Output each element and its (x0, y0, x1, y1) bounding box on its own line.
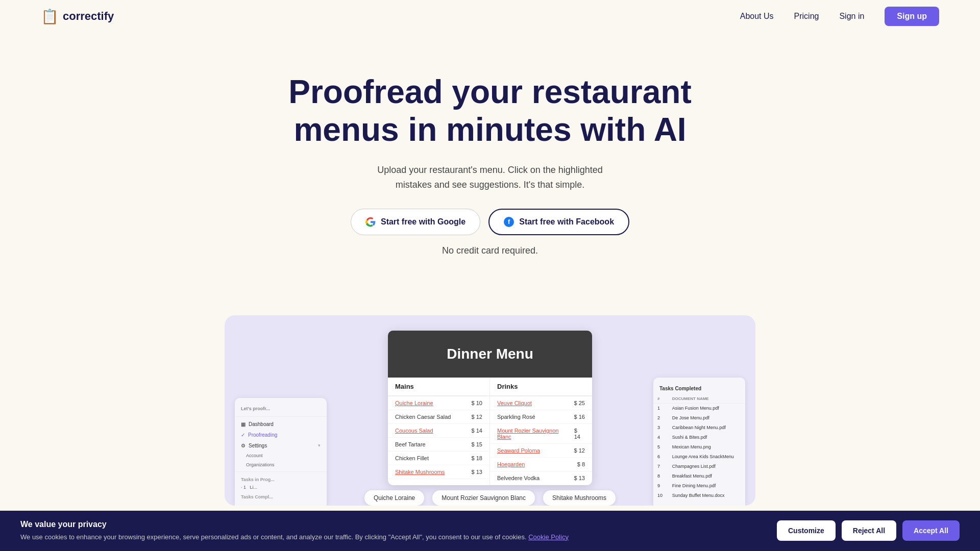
main-item: Chicken Fillet$ 18 (388, 452, 489, 465)
mains-header: Mains (388, 378, 490, 396)
hero-subtext: Upload your restaurant's menu. Click on … (362, 163, 618, 192)
menu-body: Mains Drinks Quiche Loraine$ 10Chicken C… (388, 378, 592, 485)
google-signup-button[interactable]: Start free with Google (351, 209, 480, 235)
main-item: Chicken Caesar Salad$ 12 (388, 410, 489, 424)
hero-heading: Proofread your restaurant menus in minut… (286, 73, 694, 148)
navbar: 📋 correctify About Us Pricing Sign in Si… (0, 0, 980, 33)
drink-item: Seaward Poloma$ 12 (490, 444, 592, 458)
cta-buttons: Start free with Google f Start free with… (10, 209, 970, 235)
nav-link-signin[interactable]: Sign in (839, 12, 864, 21)
cookie-desc: We use cookies to enhance your browsing … (20, 532, 767, 542)
drink-item: Sparkling Rosé$ 16 (490, 410, 592, 424)
highlighted-tag: Shitake Mushrooms (543, 490, 616, 506)
menu-header: Dinner Menu (388, 331, 592, 378)
highlighted-tag: Mount Rozier Sauvignon Blanc (432, 490, 535, 506)
drink-item: Hoegarden$ 8 (490, 458, 592, 471)
logo-icon: 📋 (41, 8, 59, 25)
highlighted-tags: Quiche LoraineMount Rozier Sauvignon Bla… (235, 485, 745, 506)
main-item: Beef Tartare$ 15 (388, 438, 489, 452)
highlighted-tag: Quiche Loraine (364, 490, 424, 506)
hero-section: Proofread your restaurant menus in minut… (0, 33, 980, 295)
drink-item: Mount Rozier Sauvignon Blanc$ 14 (490, 424, 592, 444)
menu-col-headers: Mains Drinks (388, 378, 592, 396)
drinks-header: Drinks (490, 378, 592, 396)
menu-rows: Quiche Loraine$ 10Chicken Caesar Salad$ … (388, 396, 592, 485)
facebook-icon: f (504, 217, 514, 227)
logo-text: correctify (63, 10, 114, 23)
reject-all-button[interactable]: Reject All (842, 520, 896, 541)
preview-section: Let's proofr... ▦ Dashboard ✓ Proofreadi… (225, 315, 755, 506)
drinks-column: Veuve Cliquot$ 25Sparkling Rosé$ 16Mount… (490, 396, 592, 485)
main-item: Coucous Salad$ 14 (388, 424, 489, 438)
nav-link-about[interactable]: About Us (740, 12, 774, 21)
cookie-text: We value your privacy We use cookies to … (20, 520, 767, 542)
nav-link-pricing[interactable]: Pricing (794, 12, 819, 21)
no-cc-text: No credit card required. (362, 243, 618, 258)
drink-item: Belvedere Vodka$ 13 (490, 471, 592, 485)
cookie-buttons: Customize Reject All Accept All (777, 520, 960, 541)
nav-links: About Us Pricing Sign in Sign up (740, 7, 939, 26)
facebook-btn-label: Start free with Facebook (519, 217, 614, 227)
accept-all-button[interactable]: Accept All (902, 520, 960, 541)
google-icon (365, 217, 376, 227)
menu-card: Dinner Menu Mains Drinks Quiche Loraine$… (388, 331, 592, 485)
cookie-banner: We value your privacy We use cookies to … (0, 511, 980, 552)
cookie-desc-text: We use cookies to enhance your browsing … (20, 533, 528, 541)
main-item: Shitake Mushrooms$ 13 (388, 465, 489, 479)
facebook-signup-button[interactable]: f Start free with Facebook (488, 209, 629, 235)
customize-button[interactable]: Customize (777, 520, 836, 541)
google-btn-label: Start free with Google (381, 217, 465, 227)
cookie-title: We value your privacy (20, 520, 767, 529)
drink-item: Veuve Cliquot$ 25 (490, 396, 592, 410)
signup-button[interactable]: Sign up (885, 7, 939, 26)
main-item: Quiche Loraine$ 10 (388, 396, 489, 410)
cookie-policy-link[interactable]: Cookie Policy (528, 533, 569, 541)
logo[interactable]: 📋 correctify (41, 8, 114, 25)
mains-column: Quiche Loraine$ 10Chicken Caesar Salad$ … (388, 396, 490, 485)
menu-title: Dinner Menu (398, 346, 582, 362)
